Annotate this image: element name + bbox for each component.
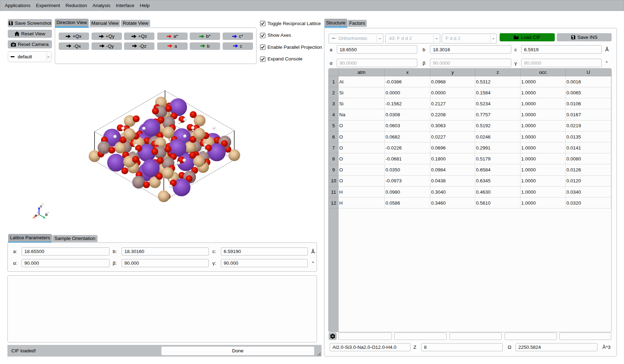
svg-text:·: · xyxy=(48,210,49,215)
svg-text:·: · xyxy=(37,211,39,215)
svg-text:c: c xyxy=(40,204,42,208)
svg-text:·: · xyxy=(42,202,44,206)
svg-text:a: a xyxy=(35,213,37,217)
